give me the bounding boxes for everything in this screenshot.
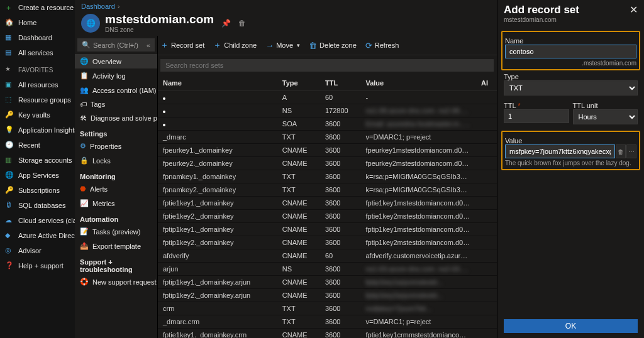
table-row[interactable]: fptip1key2._domainkey.arjunCNAME3600fpti… — [158, 289, 497, 302]
cell-value: msfpkey=7joum7ktt... — [360, 302, 475, 315]
table-row[interactable]: A60- — [158, 91, 497, 104]
chart-icon: 📈 — [80, 199, 89, 207]
menu-locks[interactable]: 🔒Locks — [75, 153, 157, 168]
pin-icon[interactable]: 📌 — [221, 19, 231, 28]
nav-all-resources[interactable]: ▣All resources — [0, 77, 75, 92]
menu-properties[interactable]: ⚙Properties — [75, 139, 157, 153]
menu-tasks[interactable]: 📝Tasks (preview) — [75, 224, 157, 239]
refresh-button[interactable]: ⟳Refresh — [365, 41, 399, 50]
name-input[interactable] — [505, 45, 636, 58]
delete-zone-button[interactable]: 🗑Delete zone — [309, 41, 357, 50]
table-row[interactable]: NS172800ns1-08.azure-dns.com. ns2-08.azu… — [158, 104, 497, 117]
table-row[interactable]: crmTXT3600msfpkey=7joum7ktt... — [158, 302, 497, 315]
type-label: Type — [504, 73, 638, 80]
bulb-icon: 💡 — [5, 126, 14, 134]
nav-sql[interactable]: 🛢SQL databases — [0, 198, 75, 213]
nav-key-vaults[interactable]: 🔑Key vaults — [0, 107, 75, 123]
nav-app-services[interactable]: 🌐App Services — [0, 168, 75, 183]
cell-type: CNAME — [277, 289, 320, 302]
menu-export[interactable]: 📤Export template — [75, 239, 157, 253]
menu-metrics[interactable]: 📈Metrics — [75, 196, 157, 210]
cell-alias — [476, 117, 497, 131]
menu-diagnose[interactable]: 🛠Diagnose and solve problems — [75, 111, 157, 125]
database-icon: 🛢 — [5, 201, 14, 210]
col-ttl[interactable]: TTL — [320, 75, 360, 91]
cell-name: _dmarc — [158, 131, 277, 144]
nav-advisor[interactable]: ◎Advisor — [0, 243, 75, 258]
nav-all-services[interactable]: ▤All services — [0, 45, 75, 60]
table-row[interactable]: _dmarc.crmTXT3600v=DMARC1; p=reject — [158, 315, 497, 329]
menu-overview[interactable]: 🌐Overview — [75, 54, 157, 68]
table-row[interactable]: SOA3600Email: azuredns-hostmaster.m... H… — [158, 117, 497, 131]
toolbar: ＋Record set ＋Child zone →Move▾ 🗑Delete z… — [158, 36, 497, 55]
cell-value: fptip1key2mstestdomiancom.d0… — [360, 236, 475, 249]
ok-button[interactable]: OK — [504, 319, 638, 333]
cell-type: TXT — [277, 183, 320, 197]
ttl-unit-select[interactable]: Hours — [573, 109, 638, 124]
table-row[interactable]: fptie1key2._domainkeyCNAME3600fptie1key2… — [158, 210, 497, 223]
refresh-icon: ⟳ — [365, 41, 372, 50]
blade-search[interactable]: 🔍Search (Ctrl+/)« — [77, 38, 155, 52]
menu-iam[interactable]: 👥Access control (IAM) — [75, 83, 157, 97]
nav-app-insights[interactable]: 💡Application Insights — [0, 123, 75, 138]
diagnose-icon: 🛠 — [80, 114, 87, 122]
value-input[interactable] — [505, 144, 615, 158]
close-icon[interactable]: ✕ — [630, 4, 638, 16]
search-records-input[interactable] — [160, 59, 494, 72]
table-row[interactable]: fptip1key1._domainkeyCNAME3600fptip1key1… — [158, 223, 497, 236]
nav-storage[interactable]: ▥Storage accounts — [0, 153, 75, 168]
delete-icon[interactable]: 🗑 — [238, 19, 246, 28]
table-row[interactable]: fpeurkey1._domainkeyCNAME3600fpeurkey1ms… — [158, 144, 497, 157]
more-value-icon[interactable]: ⋯ — [626, 144, 636, 158]
cell-ttl: 3600 — [320, 183, 360, 197]
grid-icon: ▤ — [5, 48, 14, 57]
table-row[interactable]: fpnamkey2._domainkeyTXT3600k=rsa;p=MIGfM… — [158, 183, 497, 197]
table-row[interactable]: fpeurkey2._domainkeyCNAME3600fpeurkey2ms… — [158, 157, 497, 170]
table-row[interactable]: fptie1key1._domainkey.crmCNAME3600fptie1… — [158, 329, 497, 339]
nav-home[interactable]: 🏠Home — [0, 15, 75, 30]
ttl-input[interactable] — [504, 109, 569, 123]
col-value[interactable]: Value — [360, 75, 475, 91]
cell-alias — [476, 249, 497, 263]
delete-value-icon[interactable]: 🗑 — [616, 144, 626, 158]
people-icon: 👥 — [80, 86, 89, 94]
cell-type: TXT — [277, 302, 320, 315]
table-row[interactable]: fpnamkey1._domainkeyTXT3600k=rsa;p=MIGfM… — [158, 170, 497, 183]
col-alias[interactable]: Al — [476, 75, 497, 91]
cell-value: fptie1key1crmmstestdomiancom… — [360, 329, 475, 339]
add-child-zone-button[interactable]: ＋Child zone — [213, 40, 257, 51]
nav-help[interactable]: ❓Help + support — [0, 258, 75, 273]
nav-cloud-classic[interactable]: ☁Cloud services (classic) — [0, 213, 75, 228]
table-row[interactable]: fptie1key1._domainkeyCNAME3600fptie1key1… — [158, 197, 497, 210]
cell-value: ns1-08.azure-dns.com. ns2-08.azure-dns.n… — [360, 104, 475, 117]
menu-new-support[interactable]: 🛟New support request — [75, 275, 157, 289]
table-row[interactable]: _dmarcTXT3600v=DMARC1; p=reject — [158, 131, 497, 144]
nav-create-resource[interactable]: ＋Create a resource — [0, 0, 75, 15]
plus-icon: ＋ — [5, 3, 14, 12]
table-row[interactable]: afdverifyCNAME60afdverify.customervoicet… — [158, 249, 497, 263]
menu-alerts[interactable]: ⬣Alerts — [75, 182, 157, 196]
table-row[interactable]: fptip1key2._domainkeyCNAME3600fptip1key2… — [158, 236, 497, 249]
cell-alias — [476, 170, 497, 183]
menu-tags[interactable]: 🏷Tags — [75, 97, 157, 111]
nav-dashboard[interactable]: ▦Dashboard — [0, 30, 75, 45]
table-row[interactable]: arjunNS3600ns1-03.azure-dns.com. ns2-03.… — [158, 263, 497, 276]
col-type[interactable]: Type — [277, 75, 320, 91]
nav-recent[interactable]: 🕘Recent — [0, 138, 75, 153]
collapse-icon[interactable]: « — [147, 41, 150, 49]
add-record-panel: Add record set mstestdomian.com ✕ Name .… — [497, 0, 644, 338]
ttl-unit-label: TTL unit — [573, 102, 638, 109]
plus-icon: ＋ — [160, 40, 169, 51]
add-record-set-button[interactable]: ＋Record set — [160, 40, 204, 51]
col-name[interactable]: Name — [158, 75, 277, 91]
help-icon: ❓ — [5, 261, 14, 270]
nav-resource-groups[interactable]: ⬚Resource groups — [0, 92, 75, 107]
breadcrumb-dashboard[interactable]: Dashboard — [81, 3, 115, 10]
menu-activity-log[interactable]: 📋Activity log — [75, 68, 157, 83]
cell-value: ns1-03.azure-dns.com. ns2-03.azure-dns.n… — [360, 263, 475, 276]
nav-subscriptions[interactable]: 🔑Subscriptions — [0, 183, 75, 198]
type-select[interactable]: TXT — [504, 80, 638, 95]
table-row[interactable]: fptip1key1._domainkey.arjunCNAME3600fpti… — [158, 276, 497, 289]
move-button[interactable]: →Move▾ — [265, 41, 300, 50]
nav-aad[interactable]: ◆Azure Active Directory — [0, 228, 75, 243]
